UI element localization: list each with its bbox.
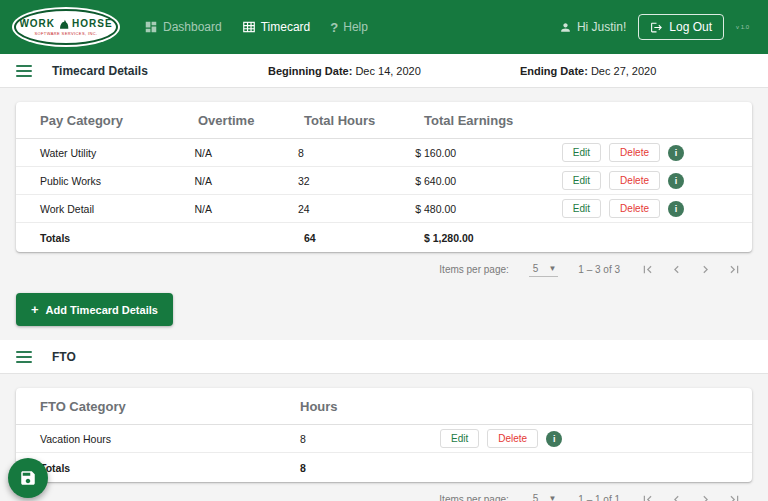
delete-button[interactable]: Delete	[487, 429, 538, 448]
fto-table: FTO Category Hours Vacation Hours 8 Edit…	[16, 388, 752, 482]
nav-item-timecard[interactable]: Timecard	[242, 20, 311, 34]
cell-hours: 24	[298, 203, 415, 215]
timecard-menu-icon[interactable]	[16, 65, 32, 77]
nav-label-help: Help	[343, 20, 368, 34]
totals-hours: 64	[304, 232, 424, 244]
cell-earnings: $ 640.00	[415, 175, 562, 187]
delete-button[interactable]: Delete	[609, 199, 660, 218]
fto-totals-label: Totals	[40, 462, 300, 474]
dashboard-icon	[144, 20, 158, 34]
horse-icon	[58, 19, 69, 30]
cell-category: Work Detail	[40, 203, 194, 215]
edit-button[interactable]: Edit	[562, 199, 601, 218]
next-page-icon[interactable]	[698, 262, 713, 277]
timecard-paginator: Items per page: 5 ▼ 1 – 3 of 3	[0, 252, 768, 279]
info-icon[interactable]: i	[546, 431, 562, 447]
greeting-text: Hi Justin!	[577, 20, 626, 34]
page-size-select[interactable]: 5 ▼	[529, 492, 558, 501]
delete-button[interactable]: Delete	[609, 143, 660, 162]
cell-overtime: N/A	[194, 175, 298, 187]
plus-icon: +	[31, 302, 39, 317]
user-greeting: Hi Justin!	[559, 20, 626, 34]
fto-paginator: Items per page: 5 ▼ 1 – 1 of 1	[0, 482, 768, 501]
chevron-down-icon: ▼	[548, 494, 556, 501]
info-icon[interactable]: i	[668, 201, 684, 217]
totals-earnings: $ 1,280.00	[424, 232, 574, 244]
brand-word-horse: HORSE	[72, 19, 113, 29]
next-page-icon[interactable]	[698, 492, 713, 501]
prev-page-icon[interactable]	[669, 262, 684, 277]
timecard-section-header: Timecard Details Beginning Date: Dec 14,…	[0, 54, 768, 88]
page-range-text: 1 – 1 of 1	[578, 494, 620, 501]
items-per-page-label: Items per page:	[439, 264, 508, 275]
page-size-value: 5	[533, 493, 539, 501]
logout-button[interactable]: Log Out	[638, 14, 724, 40]
save-fab-button[interactable]	[8, 458, 48, 498]
fto-totals-row: Totals 8	[16, 453, 752, 482]
table-row: Water Utility N/A 8 $ 160.00 Edit Delete…	[16, 139, 752, 167]
cell-category: Water Utility	[40, 147, 194, 159]
beginning-date-label: Beginning Date:	[268, 65, 352, 77]
info-icon[interactable]: i	[668, 173, 684, 189]
nav-item-help[interactable]: ? Help	[330, 20, 368, 35]
cell-hours: 32	[298, 175, 415, 187]
timecard-section-title: Timecard Details	[52, 64, 148, 78]
timecard-totals-row: Totals 64 $ 1,280.00	[16, 223, 752, 252]
nav-label-dashboard: Dashboard	[163, 20, 222, 34]
add-timecard-details-button[interactable]: + Add Timecard Details	[16, 293, 173, 326]
cell-fto-hours: 8	[300, 433, 440, 445]
col-fto-category: FTO Category	[40, 399, 300, 414]
first-page-icon[interactable]	[640, 262, 655, 277]
beginning-date-value: Dec 14, 2020	[355, 65, 420, 77]
top-navbar: WORK HORSE SOFTWARE SERVICES, INC. Dashb…	[0, 0, 768, 54]
edit-button[interactable]: Edit	[440, 429, 479, 448]
ending-date: Ending Date: Dec 27, 2020	[520, 65, 656, 77]
items-per-page-label: Items per page:	[439, 494, 508, 501]
page-size-select[interactable]: 5 ▼	[529, 262, 558, 277]
save-icon	[19, 469, 37, 487]
nav-label-timecard: Timecard	[261, 20, 311, 34]
navbar-right: Hi Justin! Log Out v 1.0	[559, 14, 754, 40]
person-icon	[559, 21, 572, 34]
workhorse-logo[interactable]: WORK HORSE SOFTWARE SERVICES, INC.	[14, 9, 118, 45]
delete-button[interactable]: Delete	[609, 171, 660, 190]
last-page-icon[interactable]	[727, 262, 742, 277]
edit-button[interactable]: Edit	[562, 143, 601, 162]
timecard-grid-icon	[242, 20, 256, 34]
cell-earnings: $ 480.00	[415, 203, 562, 215]
add-button-label: Add Timecard Details	[46, 304, 158, 316]
col-pay-category: Pay Category	[40, 113, 198, 128]
help-question-icon: ?	[330, 20, 338, 35]
info-icon[interactable]: i	[668, 145, 684, 161]
nav-item-dashboard[interactable]: Dashboard	[144, 20, 222, 34]
cell-overtime: N/A	[194, 147, 298, 159]
beginning-date: Beginning Date: Dec 14, 2020	[268, 65, 421, 77]
cell-fto-category: Vacation Hours	[40, 433, 300, 445]
col-overtime: Overtime	[198, 113, 304, 128]
last-page-icon[interactable]	[727, 492, 742, 501]
page-size-value: 5	[533, 263, 539, 274]
timecard-table: Pay Category Overtime Total Hours Total …	[16, 102, 752, 252]
brand-word-work: WORK	[19, 19, 55, 29]
fto-menu-icon[interactable]	[16, 351, 32, 363]
table-row: Work Detail N/A 24 $ 480.00 Edit Delete …	[16, 195, 752, 223]
col-total-earnings: Total Earnings	[424, 113, 574, 128]
nav-links: Dashboard Timecard ? Help	[144, 20, 368, 35]
fto-table-header: FTO Category Hours	[16, 388, 752, 425]
ending-date-label: Ending Date:	[520, 65, 588, 77]
col-fto-hours: Hours	[300, 399, 440, 414]
cell-earnings: $ 160.00	[415, 147, 562, 159]
col-total-hours: Total Hours	[304, 113, 424, 128]
first-page-icon[interactable]	[640, 492, 655, 501]
fto-section-header: FTO	[0, 340, 768, 374]
fto-totals-hours: 8	[300, 462, 440, 474]
paginator-controls	[640, 492, 742, 501]
prev-page-icon[interactable]	[669, 492, 684, 501]
paginator-controls	[640, 262, 742, 277]
table-row: Public Works N/A 32 $ 640.00 Edit Delete…	[16, 167, 752, 195]
totals-label: Totals	[40, 232, 198, 244]
edit-button[interactable]: Edit	[562, 171, 601, 190]
logout-label: Log Out	[669, 20, 712, 34]
app-version-text: v 1.0	[736, 24, 754, 31]
chevron-down-icon: ▼	[548, 264, 556, 273]
